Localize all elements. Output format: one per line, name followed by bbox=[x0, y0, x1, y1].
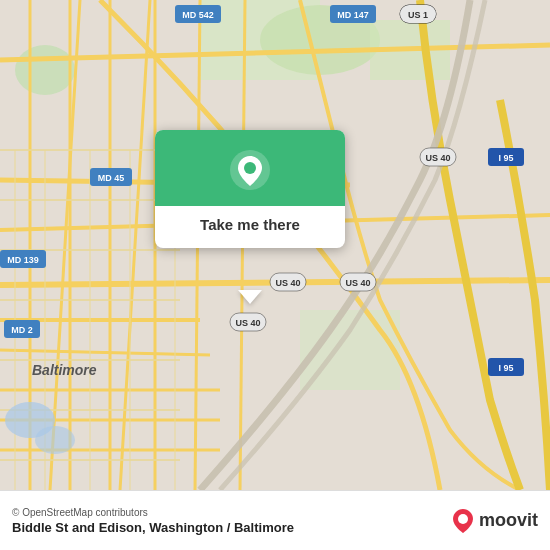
moovit-pin-icon bbox=[449, 507, 477, 535]
svg-text:Baltimore: Baltimore bbox=[32, 362, 97, 378]
moovit-logo: moovit bbox=[449, 507, 538, 535]
svg-text:US 40: US 40 bbox=[345, 278, 370, 288]
svg-text:MD 45: MD 45 bbox=[98, 173, 125, 183]
svg-text:MD 542: MD 542 bbox=[182, 10, 214, 20]
popup-bottom: Take me there bbox=[155, 206, 345, 248]
map-container[interactable]: MD 542 MD 147 MD 147 MD 45 MD 139 MD 2 U… bbox=[0, 0, 550, 490]
svg-text:US 40: US 40 bbox=[275, 278, 300, 288]
footer: © OpenStreetMap contributors Biddle St a… bbox=[0, 490, 550, 550]
svg-text:MD 2: MD 2 bbox=[11, 325, 33, 335]
svg-point-66 bbox=[244, 162, 256, 174]
popup-top bbox=[155, 130, 345, 206]
moovit-brand-text: moovit bbox=[479, 510, 538, 531]
svg-point-36 bbox=[35, 426, 75, 454]
svg-text:US 1: US 1 bbox=[408, 10, 428, 20]
osm-attribution: © OpenStreetMap contributors bbox=[12, 507, 294, 518]
svg-text:US 40: US 40 bbox=[425, 153, 450, 163]
svg-text:I 95: I 95 bbox=[498, 153, 513, 163]
svg-text:US 40: US 40 bbox=[235, 318, 260, 328]
location-name: Biddle St and Edison, Washington / Balti… bbox=[12, 520, 294, 535]
svg-point-5 bbox=[15, 45, 75, 95]
location-pin-icon bbox=[228, 148, 272, 192]
svg-text:I 95: I 95 bbox=[498, 363, 513, 373]
svg-text:MD 147: MD 147 bbox=[337, 10, 369, 20]
take-me-there-button[interactable]: Take me there bbox=[200, 216, 300, 233]
footer-left: © OpenStreetMap contributors Biddle St a… bbox=[12, 507, 294, 535]
popup-card: Take me there bbox=[155, 130, 345, 248]
popup-tail bbox=[238, 290, 262, 304]
svg-point-67 bbox=[458, 514, 468, 524]
svg-text:MD 139: MD 139 bbox=[7, 255, 39, 265]
